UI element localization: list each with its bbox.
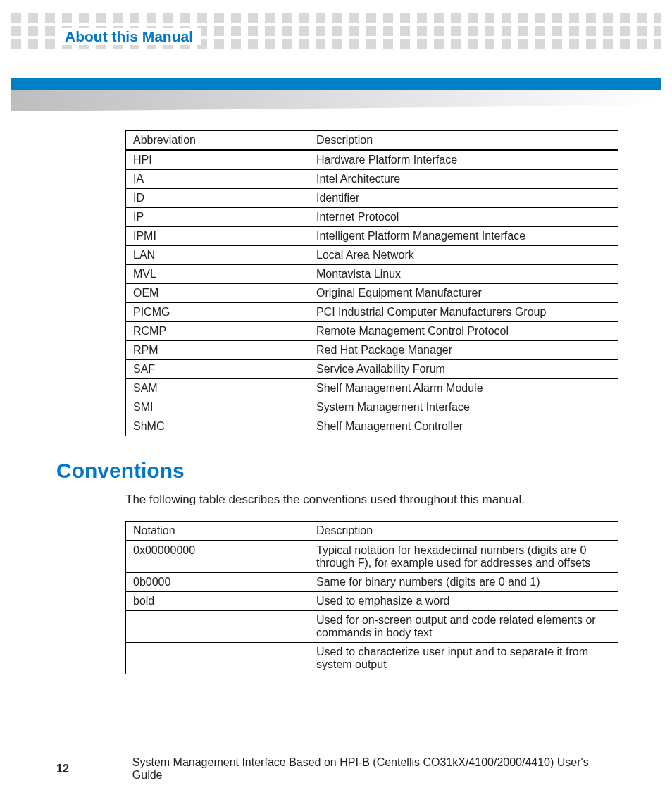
page-footer: 12 System Management Interface Based on … <box>56 749 616 782</box>
table-row: MVLMontavista Linux <box>126 265 618 284</box>
table-row: Used to characterize user input and to s… <box>126 643 618 674</box>
conventions-intro: The following table describes the conven… <box>125 493 616 507</box>
table-row: LANLocal Area Network <box>126 246 618 265</box>
table-row: RPM Red Hat Package Manager <box>126 341 618 360</box>
table-row: SMISystem Management Interface <box>126 398 618 417</box>
table-row: ShMCShelf Management Controller <box>126 417 618 436</box>
desc-cell: Shelf Management Controller <box>309 417 618 436</box>
table-row: 0b0000Same for binary numbers (digits ar… <box>126 573 618 592</box>
table-row: IPMI Intelligent Platform Management Int… <box>126 227 618 246</box>
conventions-heading: Conventions <box>56 459 616 483</box>
desc-cell: Original Equipment Manufacturer <box>309 284 618 303</box>
page-number: 12 <box>56 763 69 775</box>
notation-cell: bold <box>126 592 309 611</box>
header-gradient-bar <box>11 90 661 111</box>
table-row: RCMPRemote Management Control Protocol <box>126 322 618 341</box>
desc-cell: Used for on-screen output and code relat… <box>309 611 618 643</box>
abbr-cell: OEM <box>126 284 309 303</box>
table-row: Used for on-screen output and code relat… <box>126 611 618 643</box>
desc-cell: Red Hat Package Manager <box>309 341 618 360</box>
abbr-cell: HPI <box>126 150 309 170</box>
table-row: IDIdentifier <box>126 189 618 208</box>
table-header-row: Abbreviation Description <box>126 131 618 151</box>
abbr-cell: ID <box>126 189 309 208</box>
table-row: HPIHardware Platform Interface <box>126 150 618 170</box>
desc-cell: Hardware Platform Interface <box>309 150 618 170</box>
page-header-title: About this Manual <box>65 28 193 44</box>
abbr-cell: SAF <box>126 360 309 379</box>
table-header-row: Notation Description <box>126 522 618 541</box>
desc-cell: Identifier <box>309 189 618 208</box>
page-content: Abbreviation Description HPIHardware Pla… <box>56 130 616 674</box>
table-row: IPInternet Protocol <box>126 208 618 227</box>
footer-guide-title: System Management Interface Based on HPI… <box>132 756 616 782</box>
notation-cell <box>126 643 309 674</box>
abbr-cell: SAM <box>126 379 309 398</box>
desc-cell: Internet Protocol <box>309 208 618 227</box>
conventions-table: Notation Description 0x00000000Typical n… <box>125 521 618 674</box>
notation-cell <box>126 611 309 643</box>
abbr-cell: MVL <box>126 265 309 284</box>
header-title-wrap: About this Manual <box>56 28 201 45</box>
desc-cell: Local Area Network <box>309 246 618 265</box>
abbr-cell: RPM <box>126 341 309 360</box>
desc-cell: Montavista Linux <box>309 265 618 284</box>
notation-cell: 0x00000000 <box>126 541 309 573</box>
desc-cell: Shelf Management Alarm Module <box>309 379 618 398</box>
notation-cell: 0b0000 <box>126 573 309 592</box>
table-row: OEMOriginal Equipment Manufacturer <box>126 284 618 303</box>
desc-col-header: Description <box>309 131 618 151</box>
abbreviations-table: Abbreviation Description HPIHardware Pla… <box>125 130 618 436</box>
desc-cell: Service Availability Forum <box>309 360 618 379</box>
abbr-cell: ShMC <box>126 417 309 436</box>
header-blue-bar <box>11 78 661 90</box>
desc-cell: Typical notation for hexadecimal numbers… <box>309 541 618 573</box>
desc-cell: System Management Interface <box>309 398 618 417</box>
table-row: SAMShelf Management Alarm Module <box>126 379 618 398</box>
desc-cell: Remote Management Control Protocol <box>309 322 618 341</box>
abbr-cell: IP <box>126 208 309 227</box>
desc-cell: PCI Industrial Computer Manufacturers Gr… <box>309 303 618 322</box>
abbr-cell: SMI <box>126 398 309 417</box>
notation-col-header: Notation <box>126 522 309 541</box>
abbr-cell: IPMI <box>126 227 309 246</box>
abbr-cell: RCMP <box>126 322 309 341</box>
desc-col-header: Description <box>309 522 618 541</box>
table-row: 0x00000000Typical notation for hexadecim… <box>126 541 618 573</box>
table-row: SAFService Availability Forum <box>126 360 618 379</box>
abbr-col-header: Abbreviation <box>126 131 309 151</box>
desc-cell: Same for binary numbers (digits are 0 an… <box>309 573 618 592</box>
desc-cell: Intel Architecture <box>309 170 618 189</box>
table-row: PICMGPCI Industrial Computer Manufacture… <box>126 303 618 322</box>
table-row: boldUsed to emphasize a word <box>126 592 618 611</box>
desc-cell: Intelligent Platform Management Interfac… <box>309 227 618 246</box>
abbr-cell: PICMG <box>126 303 309 322</box>
abbr-cell: IA <box>126 170 309 189</box>
abbr-cell: LAN <box>126 246 309 265</box>
desc-cell: Used to emphasize a word <box>309 592 618 611</box>
desc-cell: Used to characterize user input and to s… <box>309 643 618 674</box>
table-row: IAIntel Architecture <box>126 170 618 189</box>
